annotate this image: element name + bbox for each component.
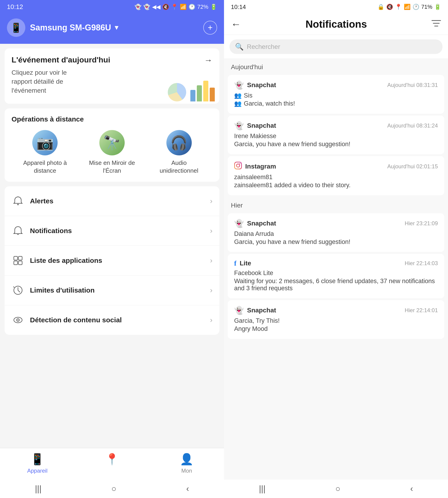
remote-audio[interactable]: 🎧 Audio unidirectionnel (156, 130, 202, 175)
left-panel: 10:12 👻 👻 ◀◀ 🔇 📍 📶 🕐 72% 🔋 📱 Samsung SM-… (0, 0, 224, 498)
svg-rect-7 (18, 261, 22, 265)
add-device-button[interactable]: + (203, 21, 217, 34)
right-lock-icon: 🔒 (378, 4, 384, 10)
wifi-icon: 📶 (180, 4, 187, 10)
audio-icon: 🎧 (166, 130, 192, 155)
notif-line-1-1: 👥 Sis (234, 92, 438, 99)
menu-item-apps[interactable]: Liste des applications › (5, 246, 219, 276)
notif-card-instagram[interactable]: Instagram Aujourd'hui 02:01:15 zainsalee… (228, 156, 444, 195)
right-time: 10:14 (231, 3, 246, 11)
svg-rect-6 (14, 261, 17, 265)
phone-icon: 📱 (31, 453, 44, 466)
remote-mirror-label: Mise en Miroir de l'Écran (89, 159, 135, 175)
menu-notifications-label: Notifications (30, 227, 204, 235)
recents-button[interactable]: ||| (35, 484, 42, 494)
dropdown-icon[interactable]: ▼ (113, 24, 120, 31)
social-icon (12, 314, 24, 327)
event-card-arrow: → (204, 55, 212, 65)
left-status-icons: 👻 👻 ◀◀ 🔇 📍 📶 🕐 72% 🔋 (135, 4, 217, 10)
battery-icon: 🔋 (210, 4, 217, 10)
snapchat-app-icon-4: 👻 (234, 306, 244, 315)
notif-line-3-2: zainsaleem81 added a video to their stor… (234, 182, 438, 189)
svg-line-9 (13, 287, 14, 287)
filter-button[interactable] (432, 19, 441, 30)
location-nav-icon: 📍 (105, 453, 119, 466)
notif-card-snapchat-3[interactable]: 👻 Snapchat Hier 23:21:09 Daiana Arruda G… (228, 213, 444, 252)
nav-item-mon[interactable]: 👤 Mon (149, 448, 224, 480)
snapchat-icon: 👻 (135, 4, 142, 10)
location-icon: 📍 (171, 4, 178, 10)
svg-point-18 (240, 163, 240, 164)
section-header-hier: Hier (224, 197, 448, 211)
notif-line-6-1: Garcia, Try This! (234, 317, 438, 324)
facebook-lite-icon: f (234, 259, 237, 267)
chevron-right-icon5: › (210, 316, 212, 324)
menu-item-social[interactable]: Détection de contenu social › (5, 305, 219, 335)
menu-item-limites[interactable]: Limites d'utilisation › (5, 276, 219, 305)
left-time: 10:12 (7, 3, 23, 11)
svg-rect-5 (18, 256, 22, 260)
notif-time-6: Hier 22:14:01 (405, 307, 438, 314)
right-back-button[interactable]: ‹ (410, 484, 413, 494)
notif-header-1: 👻 Snapchat Aujourd'hui 08:31:31 (234, 81, 438, 90)
menu-list: Alertes › Notifications › (5, 186, 219, 335)
notif-app-info-5: f Lite (234, 259, 251, 267)
notif-app-name-3: Instagram (245, 163, 276, 170)
back-button-right[interactable]: ← (231, 18, 241, 30)
right-header: ← Notifications (224, 14, 448, 35)
nav-mon-label: Mon (181, 467, 192, 474)
notif-app-info-1: 👻 Snapchat (234, 81, 276, 90)
bell-mute-icon: 🔇 (162, 4, 169, 10)
menu-item-notifications[interactable]: Notifications › (5, 216, 219, 246)
notif-card-snapchat-1[interactable]: 👻 Snapchat Aujourd'hui 08:31:31 👥 Sis 👥 … (228, 75, 444, 114)
snapchat-app-icon-3: 👻 (234, 219, 244, 228)
notif-app-info-3: Instagram (234, 162, 276, 171)
mirror-icon: 🔭 (99, 130, 125, 155)
notif-line-2-1: Irene Makiesse (234, 133, 438, 140)
bottom-nav-left: 📱 Appareil 📍 👤 Mon (0, 448, 224, 480)
notif-line-3-1: zainsaleem81 (234, 174, 438, 181)
back-button[interactable]: ‹ (186, 484, 189, 494)
svg-point-12 (17, 319, 18, 320)
home-button[interactable]: ○ (111, 484, 116, 494)
notif-app-name-5: Lite (240, 260, 251, 267)
bar-chart (190, 81, 215, 101)
notif-time-3: Aujourd'hui 02:01:15 (387, 163, 438, 170)
right-status-bar: 10:14 🔒 🔇 📍 📶 🕐 71% 🔋 (224, 0, 448, 14)
left-header: 📱 Samsung SM-G986U ▼ + (0, 14, 224, 44)
menu-limites-label: Limites d'utilisation (30, 286, 204, 294)
notifications-title: Notifications (305, 18, 367, 30)
notif-header-2: 👻 Snapchat Aujourd'hui 08:31:24 (234, 121, 438, 130)
snapchat-icon2: 👻 (143, 4, 150, 10)
event-card[interactable]: L'événement d'aujourd'hui Cliquez pour v… (5, 49, 219, 104)
nav-item-location[interactable]: 📍 (75, 448, 149, 480)
search-input-wrap[interactable]: 🔍 Rechercher (229, 39, 443, 54)
search-placeholder: Rechercher (247, 43, 280, 50)
notif-app-name-2: Snapchat (247, 122, 276, 129)
right-wifi-icon: 📶 (404, 4, 411, 10)
right-home-button[interactable]: ○ (335, 484, 340, 494)
chevron-right-icon3: › (210, 256, 212, 265)
notif-card-snapchat-4[interactable]: 👻 Snapchat Hier 22:14:01 Garcia, Try Thi… (228, 300, 444, 339)
right-mute-icon: 🔇 (386, 4, 393, 10)
menu-alertes-label: Alertes (30, 197, 204, 205)
search-bar: 🔍 Rechercher (224, 35, 448, 59)
remote-ops-icons: 📷 Appareil photo à distance 🔭 Mise en Mi… (12, 130, 212, 175)
remote-camera[interactable]: 📷 Appareil photo à distance (22, 130, 68, 175)
menu-item-alertes[interactable]: Alertes › (5, 186, 219, 216)
right-panel: 10:14 🔒 🔇 📍 📶 🕐 71% 🔋 ← Notifications 🔍 … (224, 0, 448, 498)
right-recents-button[interactable]: ||| (259, 484, 266, 494)
notif-time-4: Hier 23:21:09 (405, 220, 438, 227)
nav-item-appareil[interactable]: 📱 Appareil (0, 448, 75, 480)
notif-app-info-2: 👻 Snapchat (234, 121, 276, 130)
remote-mirror[interactable]: 🔭 Mise en Miroir de l'Écran (89, 130, 135, 175)
right-clock-icon: 🕐 (413, 4, 419, 10)
notif-header-4: 👻 Snapchat Hier 23:21:09 (234, 219, 438, 228)
svg-point-17 (237, 164, 240, 167)
notif-card-facebook-lite[interactable]: f Lite Hier 22:14:03 Facebook Lite Waiti… (228, 254, 444, 298)
limites-icon (12, 284, 24, 297)
notif-card-snapchat-2[interactable]: 👻 Snapchat Aujourd'hui 08:31:24 Irene Ma… (228, 116, 444, 154)
notif-app-info-6: 👻 Snapchat (234, 306, 276, 315)
event-card-desc: Cliquez pour voir le rapport détaillé de… (12, 68, 85, 95)
remote-audio-label: Audio unidirectionnel (156, 159, 202, 175)
